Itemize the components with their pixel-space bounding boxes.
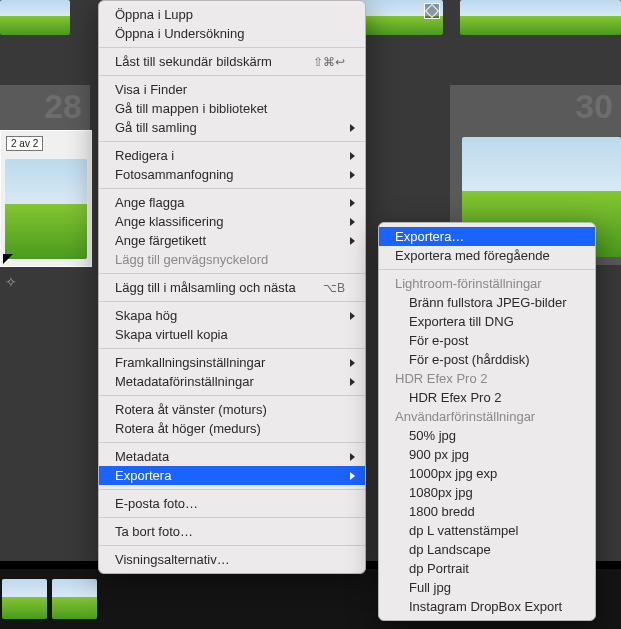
submenu-export-previous[interactable]: Exportera med föregående bbox=[379, 246, 595, 265]
spray-tool-icon[interactable]: ✧ bbox=[5, 274, 17, 290]
selected-thumb-frame[interactable]: 2 av 2 ✧ bbox=[0, 130, 92, 267]
menu-label: Rotera åt vänster (moturs) bbox=[115, 402, 267, 417]
menu-go-library-folder[interactable]: Gå till mappen i biblioteket bbox=[99, 99, 365, 118]
submenu-lr-burn[interactable]: Bränn fullstora JPEG-bilder bbox=[379, 293, 595, 312]
menu-label: Fotosammanfogning bbox=[115, 167, 234, 182]
menu-label: För e-post (hårddisk) bbox=[409, 352, 530, 367]
menu-label: Metadata bbox=[115, 449, 169, 464]
menu-virtual-copy[interactable]: Skapa virtuell kopia bbox=[99, 325, 365, 344]
thumb[interactable] bbox=[460, 0, 621, 35]
menu-email[interactable]: E-posta foto… bbox=[99, 494, 365, 513]
submenu-user-portrait[interactable]: dp Portrait bbox=[379, 559, 595, 578]
export-submenu: Exportera… Exportera med föregående Ligh… bbox=[378, 222, 596, 621]
menu-show-finder[interactable]: Visa i Finder bbox=[99, 80, 365, 99]
menu-label: 1000px jpg exp bbox=[409, 466, 497, 481]
menu-open-survey[interactable]: Öppna i Undersökning bbox=[99, 24, 365, 43]
menu-set-color[interactable]: Ange färgetikett bbox=[99, 231, 365, 250]
menu-label: Ange klassificering bbox=[115, 214, 223, 229]
submenu-export-dialog[interactable]: Exportera… bbox=[379, 227, 595, 246]
menu-add-target-next[interactable]: Lägg till i målsamling och nästa ⌥B bbox=[99, 278, 365, 297]
chevron-right-icon bbox=[350, 237, 355, 245]
submenu-header-user: Användarförinställningar bbox=[379, 407, 595, 426]
submenu-lr-email[interactable]: För e-post bbox=[379, 331, 595, 350]
menu-label: Exportera bbox=[115, 468, 171, 483]
menu-label: Bränn fullstora JPEG-bilder bbox=[409, 295, 567, 310]
menu-label: Full jpg bbox=[409, 580, 451, 595]
menu-label: Skapa hög bbox=[115, 308, 177, 323]
menu-label: Öppna i Lupp bbox=[115, 7, 193, 22]
chevron-right-icon bbox=[350, 453, 355, 461]
menu-label: Lägg till genvägsnyckelord bbox=[115, 252, 268, 267]
submenu-header-lightroom: Lightroom-förinställningar bbox=[379, 274, 595, 293]
chevron-right-icon bbox=[350, 218, 355, 226]
context-menu: Öppna i Lupp Öppna i Undersökning Låst t… bbox=[98, 0, 366, 574]
menu-photo-merge[interactable]: Fotosammanfogning bbox=[99, 165, 365, 184]
menu-add-keywords: Lägg till genvägsnyckelord bbox=[99, 250, 365, 269]
menu-metadata-presets[interactable]: Metadataförinställningar bbox=[99, 372, 365, 391]
menu-label: Ta bort foto… bbox=[115, 524, 193, 539]
menu-open-loupe[interactable]: Öppna i Lupp bbox=[99, 5, 365, 24]
menu-edit-in[interactable]: Redigera i bbox=[99, 146, 365, 165]
submenu-efex[interactable]: HDR Efex Pro 2 bbox=[379, 388, 595, 407]
chevron-right-icon bbox=[350, 472, 355, 480]
submenu-user-50[interactable]: 50% jpg bbox=[379, 426, 595, 445]
menu-label: 1080px jpg bbox=[409, 485, 473, 500]
chevron-right-icon bbox=[350, 312, 355, 320]
thumb[interactable] bbox=[0, 0, 70, 35]
menu-delete[interactable]: Ta bort foto… bbox=[99, 522, 365, 541]
menu-label: 50% jpg bbox=[409, 428, 456, 443]
menu-label: För e-post bbox=[409, 333, 468, 348]
menu-label: 900 px jpg bbox=[409, 447, 469, 462]
menu-lock-secondary[interactable]: Låst till sekundär bildskärm ⇧⌘↩ bbox=[99, 52, 365, 71]
menu-label: Användarförinställningar bbox=[395, 409, 535, 424]
menu-set-flag[interactable]: Ange flagga bbox=[99, 193, 365, 212]
menu-label: Lägg till i målsamling och nästa bbox=[115, 280, 296, 295]
menu-label: Gå till mappen i biblioteket bbox=[115, 101, 267, 116]
chevron-right-icon bbox=[350, 124, 355, 132]
menu-label: Öppna i Undersökning bbox=[115, 26, 244, 41]
shortcut: ⌥B bbox=[299, 281, 345, 295]
submenu-user-1000[interactable]: 1000px jpg exp bbox=[379, 464, 595, 483]
menu-label: Exportera till DNG bbox=[409, 314, 514, 329]
menu-label: Ange färgetikett bbox=[115, 233, 206, 248]
chevron-right-icon bbox=[350, 359, 355, 367]
menu-rotate-cw[interactable]: Rotera åt höger (medurs) bbox=[99, 419, 365, 438]
submenu-lr-dng[interactable]: Exportera till DNG bbox=[379, 312, 595, 331]
shortcut: ⇧⌘↩ bbox=[289, 55, 345, 69]
cell-number: 28 bbox=[44, 87, 82, 126]
submenu-user-instagram[interactable]: Instagram DropBox Export bbox=[379, 597, 595, 616]
menu-label: dp Portrait bbox=[409, 561, 469, 576]
submenu-user-900[interactable]: 900 px jpg bbox=[379, 445, 595, 464]
menu-label: Skapa virtuell kopia bbox=[115, 327, 228, 342]
menu-label: Visa i Finder bbox=[115, 82, 187, 97]
menu-label: Exportera med föregående bbox=[395, 248, 550, 263]
menu-label: Instagram DropBox Export bbox=[409, 599, 562, 614]
menu-label: Låst till sekundär bildskärm bbox=[115, 54, 272, 69]
submenu-lr-email-hd[interactable]: För e-post (hårddisk) bbox=[379, 350, 595, 369]
menu-export[interactable]: Exportera bbox=[99, 466, 365, 485]
menu-label: dp L vattenstämpel bbox=[409, 523, 518, 538]
chevron-right-icon bbox=[350, 199, 355, 207]
submenu-user-dpl[interactable]: dp L vattenstämpel bbox=[379, 521, 595, 540]
menu-label: E-posta foto… bbox=[115, 496, 198, 511]
menu-label: HDR Efex Pro 2 bbox=[409, 390, 501, 405]
menu-stack[interactable]: Skapa hög bbox=[99, 306, 365, 325]
menu-label: Visningsalternativ… bbox=[115, 552, 230, 567]
submenu-user-1080[interactable]: 1080px jpg bbox=[379, 483, 595, 502]
menu-view-options[interactable]: Visningsalternativ… bbox=[99, 550, 365, 569]
menu-label: 1800 bredd bbox=[409, 504, 475, 519]
menu-label: Lightroom-förinställningar bbox=[395, 276, 542, 291]
menu-develop-settings[interactable]: Framkallningsinställningar bbox=[99, 353, 365, 372]
submenu-user-full[interactable]: Full jpg bbox=[379, 578, 595, 597]
menu-label: dp Landscape bbox=[409, 542, 491, 557]
menu-label: HDR Efex Pro 2 bbox=[395, 371, 487, 386]
submenu-user-landscape[interactable]: dp Landscape bbox=[379, 540, 595, 559]
menu-set-rating[interactable]: Ange klassificering bbox=[99, 212, 365, 231]
submenu-user-1800[interactable]: 1800 bredd bbox=[379, 502, 595, 521]
menu-label: Metadataförinställningar bbox=[115, 374, 254, 389]
menu-go-collection[interactable]: Gå till samling bbox=[99, 118, 365, 137]
menu-label: Gå till samling bbox=[115, 120, 197, 135]
grid-cell: 28 bbox=[0, 85, 90, 130]
menu-metadata[interactable]: Metadata bbox=[99, 447, 365, 466]
menu-rotate-ccw[interactable]: Rotera åt vänster (moturs) bbox=[99, 400, 365, 419]
